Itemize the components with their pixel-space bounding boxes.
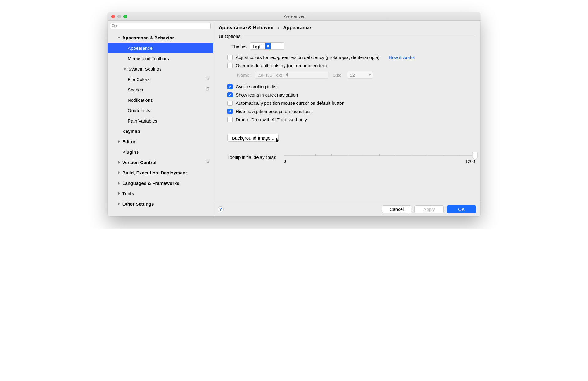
breadcrumb-root: Appearance & Behavior <box>219 25 274 30</box>
checkbox-label: Drag-n-Drop with ALT pressed only <box>236 117 307 122</box>
checkbox-label: Override default fonts by (not recommend… <box>236 63 328 68</box>
svg-rect-4 <box>206 161 208 163</box>
sidebar-item-plugins[interactable]: Plugins <box>108 147 213 157</box>
tooltip-delay-slider[interactable]: 0 1200 <box>284 153 475 164</box>
sidebar-item-build-execution[interactable]: Build, Execution, Deployment <box>108 167 213 178</box>
chevron-down-icon <box>117 36 121 39</box>
checkbox-cyclic-scrolling[interactable] <box>227 84 233 89</box>
breadcrumb-separator: › <box>278 25 279 30</box>
sidebar-item-menus-toolbars[interactable]: Menus and Toolbars <box>108 53 213 64</box>
sidebar-item-label: File Colors <box>128 77 150 82</box>
theme-select[interactable]: Light <box>250 42 284 50</box>
sidebar-item-label: Editor <box>122 139 135 144</box>
breadcrumb-leaf: Appearance <box>283 25 311 30</box>
sidebar-item-label: Tools <box>122 191 134 196</box>
apply-button[interactable]: Apply <box>414 205 444 213</box>
sidebar-item-appearance-behavior[interactable]: Appearance & Behavior <box>108 32 213 43</box>
svg-rect-5 <box>207 160 209 162</box>
sidebar-item-label: Menus and Toolbars <box>128 56 169 61</box>
sidebar-item-keymap[interactable]: Keymap <box>108 126 213 136</box>
sidebar-item-scopes[interactable]: Scopes <box>108 84 213 95</box>
main-panel: Appearance & Behavior › Appearance UI Op… <box>213 21 480 216</box>
chevron-right-icon <box>117 140 121 143</box>
font-name-select[interactable]: .SF NS Text <box>255 71 328 79</box>
how-it-works-link[interactable]: How it works <box>389 55 415 60</box>
tooltip-delay-label: Tooltip initial delay (ms): <box>227 153 276 160</box>
share-icon <box>205 87 209 92</box>
chevron-right-icon <box>117 171 121 174</box>
sidebar-item-appearance[interactable]: Appearance <box>108 43 213 53</box>
font-size-input[interactable]: 12 <box>347 71 373 79</box>
sidebar-item-file-colors[interactable]: File Colors <box>108 74 213 84</box>
chevron-right-icon <box>117 182 121 185</box>
svg-rect-0 <box>206 78 208 80</box>
theme-value: Light <box>253 44 263 49</box>
background-image-button[interactable]: Background Image... <box>227 134 279 142</box>
svg-rect-3 <box>207 87 209 90</box>
chevron-right-icon <box>117 203 121 205</box>
sidebar-item-version-control[interactable]: Version Control <box>108 157 213 167</box>
search-input[interactable] <box>110 23 211 29</box>
cursor-icon <box>276 138 281 144</box>
sidebar-item-label: Path Variables <box>128 118 157 123</box>
preferences-window: Preferences Appearance & Behavior Appear… <box>108 12 480 216</box>
sidebar-item-label: Version Control <box>122 160 156 165</box>
sidebar-item-label: Quick Lists <box>128 108 150 113</box>
font-size-label: Size: <box>333 72 343 78</box>
search-dropdown-icon <box>115 25 118 27</box>
button-label: OK <box>458 207 465 212</box>
sidebar-item-path-variables[interactable]: Path Variables <box>108 115 213 126</box>
sidebar-item-label: Other Settings <box>122 201 154 207</box>
section-label: UI Options <box>219 34 241 39</box>
cancel-button[interactable]: Cancel <box>382 205 411 213</box>
sidebar-item-system-settings[interactable]: System Settings <box>108 64 213 74</box>
close-window-button[interactable] <box>111 15 115 18</box>
sidebar-item-label: Languages & Frameworks <box>122 181 179 186</box>
checkbox-adjust-colors[interactable] <box>227 55 233 60</box>
slider-min: 0 <box>284 159 286 164</box>
button-label: Background Image... <box>232 135 274 141</box>
help-button[interactable]: ? <box>218 206 224 212</box>
sidebar-item-label: Appearance & Behavior <box>122 35 174 40</box>
checkbox-label: Show icons in quick navigation <box>236 92 298 97</box>
font-name-label: Name: <box>237 72 251 78</box>
checkbox-label: Adjust colors for red-green vision defic… <box>236 55 380 60</box>
breadcrumb: Appearance & Behavior › Appearance <box>213 21 480 34</box>
window-title: Preferences <box>108 14 480 19</box>
chevron-right-icon <box>123 68 127 70</box>
slider-thumb[interactable] <box>472 152 478 158</box>
section-ui-options: UI Options <box>219 34 475 39</box>
share-icon <box>205 77 209 82</box>
sidebar-item-label: Keymap <box>122 129 140 134</box>
sidebar-item-editor[interactable]: Editor <box>108 136 213 147</box>
checkbox-auto-mouse[interactable] <box>227 101 233 106</box>
checkbox-label: Automatically position mouse cursor on d… <box>236 101 344 106</box>
sidebar-item-quick-lists[interactable]: Quick Lists <box>108 105 213 115</box>
button-label: Cancel <box>390 207 404 212</box>
share-icon <box>205 160 209 165</box>
sidebar-item-label: Scopes <box>128 87 143 92</box>
minimize-window-button[interactable] <box>117 15 121 18</box>
divider <box>244 36 475 36</box>
zoom-window-button[interactable] <box>123 15 127 18</box>
checkbox-drag-alt[interactable] <box>227 117 233 122</box>
sidebar-item-other-settings[interactable]: Other Settings <box>108 199 213 209</box>
sidebar-item-notifications[interactable]: Notifications <box>108 95 213 105</box>
dialog-footer: ? Cancel Apply OK <box>213 202 480 216</box>
dropdown-icon <box>367 74 373 76</box>
select-arrows-icon <box>265 43 271 49</box>
font-size-value: 12 <box>350 72 355 78</box>
settings-tree: Appearance & Behavior Appearance Menus a… <box>108 31 213 216</box>
chevron-right-icon <box>117 161 121 164</box>
button-label: Apply <box>423 207 435 212</box>
sidebar-item-label: System Settings <box>128 66 161 71</box>
checkbox-show-icons[interactable] <box>227 92 233 97</box>
checkbox-hide-navigation[interactable] <box>227 109 233 114</box>
font-name-value: .SF NS Text <box>258 72 282 78</box>
sidebar-item-languages-frameworks[interactable]: Languages & Frameworks <box>108 178 213 188</box>
sidebar-item-tools[interactable]: Tools <box>108 188 213 199</box>
sidebar-item-label: Notifications <box>128 97 153 103</box>
checkbox-override-fonts[interactable] <box>227 63 233 68</box>
ok-button[interactable]: OK <box>447 205 476 213</box>
titlebar: Preferences <box>108 12 480 21</box>
